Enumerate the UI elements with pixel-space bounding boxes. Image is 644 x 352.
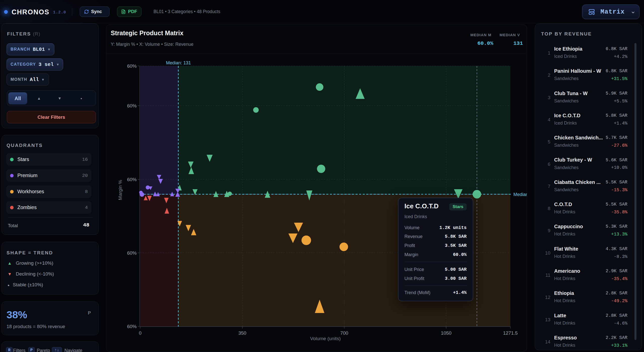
svg-text:Median: 60.0%: Median: 60.0% [513,192,527,197]
svg-text:60%: 60% [127,177,137,182]
svg-text:60%: 60% [127,250,137,256]
svg-text:Volume (units): Volume (units) [310,336,340,341]
svg-text:0: 0 [139,330,142,336]
svg-text:Margin %: Margin % [118,180,123,200]
svg-text:60%: 60% [127,63,137,69]
svg-text:700: 700 [340,330,348,336]
svg-text:350: 350 [238,330,246,336]
svg-text:Median: 131: Median: 131 [166,60,191,65]
svg-text:60%: 60% [127,324,137,329]
svg-text:60%: 60% [127,103,137,108]
svg-text:1271.5: 1271.5 [503,330,518,336]
svg-text:1050: 1050 [441,330,451,336]
